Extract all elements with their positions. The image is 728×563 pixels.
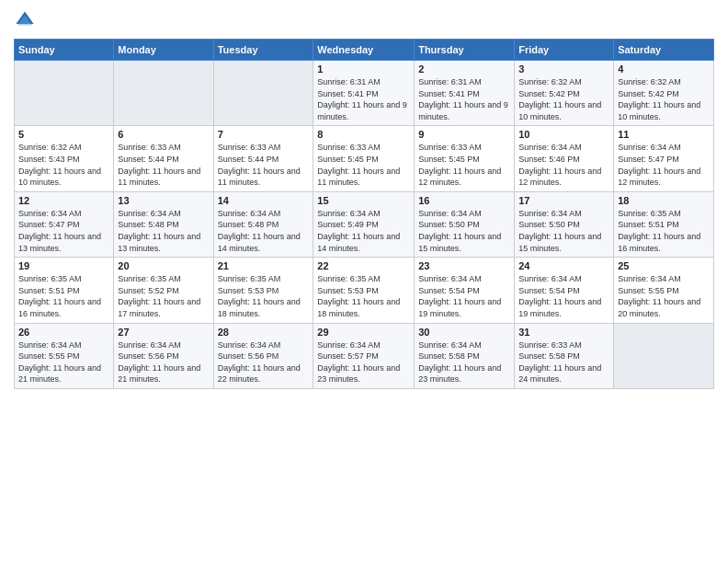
calendar-cell: 28Sunrise: 6:34 AM Sunset: 5:56 PM Dayli… bbox=[213, 323, 313, 388]
day-detail: Sunrise: 6:34 AM Sunset: 5:54 PM Dayligh… bbox=[418, 273, 510, 319]
weekday-header-monday: Monday bbox=[114, 40, 213, 61]
calendar-cell bbox=[614, 323, 714, 388]
calendar-cell: 9Sunrise: 6:33 AM Sunset: 5:45 PM Daylig… bbox=[415, 126, 515, 191]
day-number: 21 bbox=[218, 260, 310, 271]
day-number: 14 bbox=[218, 195, 310, 206]
calendar-cell: 13Sunrise: 6:34 AM Sunset: 5:48 PM Dayli… bbox=[114, 191, 213, 257]
day-detail: Sunrise: 6:34 AM Sunset: 5:55 PM Dayligh… bbox=[618, 273, 710, 319]
day-detail: Sunrise: 6:34 AM Sunset: 5:56 PM Dayligh… bbox=[118, 339, 209, 385]
day-detail: Sunrise: 6:33 AM Sunset: 5:58 PM Dayligh… bbox=[518, 339, 609, 385]
calendar-cell: 14Sunrise: 6:34 AM Sunset: 5:48 PM Dayli… bbox=[213, 191, 313, 257]
day-number: 17 bbox=[518, 195, 609, 206]
day-number: 23 bbox=[418, 260, 510, 271]
day-detail: Sunrise: 6:33 AM Sunset: 5:45 PM Dayligh… bbox=[317, 142, 410, 188]
calendar-cell: 30Sunrise: 6:34 AM Sunset: 5:58 PM Dayli… bbox=[415, 323, 515, 388]
calendar-cell: 16Sunrise: 6:34 AM Sunset: 5:50 PM Dayli… bbox=[415, 191, 515, 257]
weekday-header-friday: Friday bbox=[515, 40, 614, 61]
day-detail: Sunrise: 6:31 AM Sunset: 5:41 PM Dayligh… bbox=[418, 76, 510, 122]
day-number: 19 bbox=[18, 260, 109, 271]
day-number: 7 bbox=[218, 129, 310, 140]
day-detail: Sunrise: 6:33 AM Sunset: 5:45 PM Dayligh… bbox=[418, 142, 510, 188]
calendar-cell: 11Sunrise: 6:34 AM Sunset: 5:47 PM Dayli… bbox=[614, 126, 714, 191]
day-detail: Sunrise: 6:34 AM Sunset: 5:47 PM Dayligh… bbox=[18, 208, 109, 254]
calendar-cell: 7Sunrise: 6:33 AM Sunset: 5:44 PM Daylig… bbox=[213, 126, 313, 191]
day-number: 31 bbox=[518, 327, 609, 338]
day-detail: Sunrise: 6:35 AM Sunset: 5:51 PM Dayligh… bbox=[618, 208, 710, 254]
calendar-cell: 2Sunrise: 6:31 AM Sunset: 5:41 PM Daylig… bbox=[415, 61, 515, 126]
logo bbox=[14, 9, 40, 31]
day-number: 5 bbox=[18, 129, 109, 140]
calendar-cell bbox=[213, 61, 313, 126]
weekday-header-saturday: Saturday bbox=[614, 40, 714, 61]
day-detail: Sunrise: 6:34 AM Sunset: 5:54 PM Dayligh… bbox=[518, 273, 609, 319]
calendar-cell: 18Sunrise: 6:35 AM Sunset: 5:51 PM Dayli… bbox=[614, 191, 714, 257]
weekday-header-sunday: Sunday bbox=[15, 40, 114, 61]
calendar-week-1: 1Sunrise: 6:31 AM Sunset: 5:41 PM Daylig… bbox=[15, 61, 714, 126]
day-detail: Sunrise: 6:34 AM Sunset: 5:56 PM Dayligh… bbox=[218, 339, 310, 385]
day-detail: Sunrise: 6:32 AM Sunset: 5:43 PM Dayligh… bbox=[18, 142, 109, 188]
calendar-cell: 20Sunrise: 6:35 AM Sunset: 5:52 PM Dayli… bbox=[114, 258, 213, 323]
calendar-cell: 5Sunrise: 6:32 AM Sunset: 5:43 PM Daylig… bbox=[15, 126, 114, 191]
day-detail: Sunrise: 6:34 AM Sunset: 5:50 PM Dayligh… bbox=[418, 208, 510, 254]
day-detail: Sunrise: 6:34 AM Sunset: 5:46 PM Dayligh… bbox=[518, 142, 609, 188]
calendar-week-5: 26Sunrise: 6:34 AM Sunset: 5:55 PM Dayli… bbox=[15, 323, 714, 388]
calendar-cell: 17Sunrise: 6:34 AM Sunset: 5:50 PM Dayli… bbox=[515, 191, 614, 257]
day-number: 15 bbox=[317, 195, 410, 206]
day-detail: Sunrise: 6:35 AM Sunset: 5:52 PM Dayligh… bbox=[118, 273, 209, 319]
calendar-cell: 23Sunrise: 6:34 AM Sunset: 5:54 PM Dayli… bbox=[415, 258, 515, 323]
weekday-header-thursday: Thursday bbox=[415, 40, 515, 61]
calendar-cell: 1Sunrise: 6:31 AM Sunset: 5:41 PM Daylig… bbox=[313, 61, 415, 126]
day-number: 16 bbox=[418, 195, 510, 206]
day-detail: Sunrise: 6:32 AM Sunset: 5:42 PM Dayligh… bbox=[618, 76, 710, 122]
logo-icon bbox=[14, 9, 36, 31]
day-number: 8 bbox=[317, 129, 410, 140]
day-detail: Sunrise: 6:34 AM Sunset: 5:50 PM Dayligh… bbox=[518, 208, 609, 254]
day-detail: Sunrise: 6:35 AM Sunset: 5:53 PM Dayligh… bbox=[218, 273, 310, 319]
calendar-cell: 24Sunrise: 6:34 AM Sunset: 5:54 PM Dayli… bbox=[515, 258, 614, 323]
calendar-cell: 21Sunrise: 6:35 AM Sunset: 5:53 PM Dayli… bbox=[213, 258, 313, 323]
day-number: 11 bbox=[618, 129, 710, 140]
calendar-cell: 27Sunrise: 6:34 AM Sunset: 5:56 PM Dayli… bbox=[114, 323, 213, 388]
day-number: 4 bbox=[618, 63, 710, 75]
calendar-cell: 8Sunrise: 6:33 AM Sunset: 5:45 PM Daylig… bbox=[313, 126, 415, 191]
day-detail: Sunrise: 6:34 AM Sunset: 5:47 PM Dayligh… bbox=[618, 142, 710, 188]
day-number: 24 bbox=[518, 260, 609, 271]
calendar-cell bbox=[15, 61, 114, 126]
calendar-cell: 26Sunrise: 6:34 AM Sunset: 5:55 PM Dayli… bbox=[15, 323, 114, 388]
day-detail: Sunrise: 6:35 AM Sunset: 5:51 PM Dayligh… bbox=[18, 273, 109, 319]
calendar-cell bbox=[114, 61, 213, 126]
day-number: 20 bbox=[118, 260, 209, 271]
header-row: SundayMondayTuesdayWednesdayThursdayFrid… bbox=[15, 40, 714, 61]
day-number: 28 bbox=[218, 327, 310, 338]
calendar-cell: 10Sunrise: 6:34 AM Sunset: 5:46 PM Dayli… bbox=[515, 126, 614, 191]
day-detail: Sunrise: 6:31 AM Sunset: 5:41 PM Dayligh… bbox=[317, 76, 410, 122]
day-detail: Sunrise: 6:34 AM Sunset: 5:57 PM Dayligh… bbox=[317, 339, 410, 385]
day-number: 30 bbox=[418, 327, 510, 338]
weekday-header-wednesday: Wednesday bbox=[313, 40, 415, 61]
header bbox=[14, 9, 714, 31]
calendar-cell: 15Sunrise: 6:34 AM Sunset: 5:49 PM Dayli… bbox=[313, 191, 415, 257]
calendar-cell: 22Sunrise: 6:35 AM Sunset: 5:53 PM Dayli… bbox=[313, 258, 415, 323]
day-number: 12 bbox=[18, 195, 109, 206]
day-number: 10 bbox=[518, 129, 609, 140]
day-detail: Sunrise: 6:34 AM Sunset: 5:55 PM Dayligh… bbox=[18, 339, 109, 385]
day-number: 27 bbox=[118, 327, 209, 338]
day-number: 25 bbox=[618, 260, 710, 271]
day-detail: Sunrise: 6:34 AM Sunset: 5:48 PM Dayligh… bbox=[118, 208, 209, 254]
day-number: 3 bbox=[518, 63, 609, 75]
day-detail: Sunrise: 6:33 AM Sunset: 5:44 PM Dayligh… bbox=[118, 142, 209, 188]
day-number: 1 bbox=[317, 63, 410, 75]
day-detail: Sunrise: 6:33 AM Sunset: 5:44 PM Dayligh… bbox=[218, 142, 310, 188]
calendar-week-2: 5Sunrise: 6:32 AM Sunset: 5:43 PM Daylig… bbox=[15, 126, 714, 191]
day-number: 9 bbox=[418, 129, 510, 140]
calendar-cell: 4Sunrise: 6:32 AM Sunset: 5:42 PM Daylig… bbox=[614, 61, 714, 126]
day-detail: Sunrise: 6:32 AM Sunset: 5:42 PM Dayligh… bbox=[518, 76, 609, 122]
day-number: 26 bbox=[18, 327, 109, 338]
calendar-cell: 19Sunrise: 6:35 AM Sunset: 5:51 PM Dayli… bbox=[15, 258, 114, 323]
page-container: SundayMondayTuesdayWednesdayThursdayFrid… bbox=[0, 0, 728, 398]
calendar-cell: 29Sunrise: 6:34 AM Sunset: 5:57 PM Dayli… bbox=[313, 323, 415, 388]
calendar-table: SundayMondayTuesdayWednesdayThursdayFrid… bbox=[14, 39, 714, 389]
day-detail: Sunrise: 6:35 AM Sunset: 5:53 PM Dayligh… bbox=[317, 273, 410, 319]
day-detail: Sunrise: 6:34 AM Sunset: 5:49 PM Dayligh… bbox=[317, 208, 410, 254]
day-number: 18 bbox=[618, 195, 710, 206]
